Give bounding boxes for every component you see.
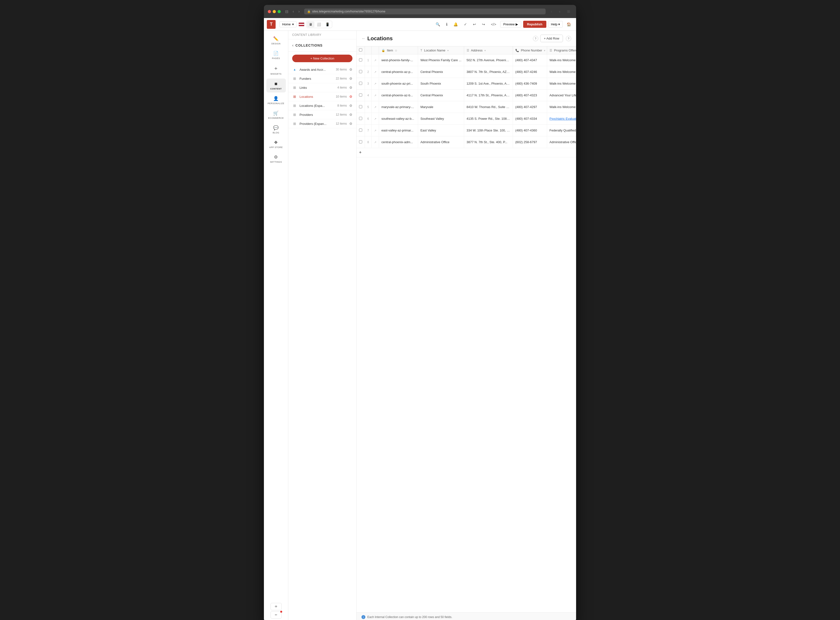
row-checkbox-cell[interactable] <box>357 101 365 113</box>
help-button[interactable]: Help ▾ <box>548 21 563 27</box>
row-checkbox[interactable] <box>359 140 362 143</box>
row-address[interactable]: 3877 N. 7th St., Ste. 400, P... <box>464 136 513 148</box>
table-row[interactable]: 4 ↗ central-phoenix-az-b... Central Phoe… <box>357 90 576 101</box>
row-address[interactable]: 334 W. 10th Place Ste. 100, Mes <box>464 125 513 136</box>
undo-button[interactable]: ↩ <box>471 21 478 28</box>
row-address[interactable]: 4117 N. 17th St., Phoenix, AZ 85 <box>464 90 513 101</box>
table-row[interactable]: 7 ↗ east-valley-az-primar... East Valley… <box>357 125 576 136</box>
collection-item-providers-espan[interactable]: ⊞ Providers (Espan... 12 items ⚙ <box>288 119 356 128</box>
row-expand-cell[interactable]: ↗ <box>372 136 379 148</box>
row-phone[interactable]: (480) 407-4347 <box>513 54 547 66</box>
row-expand-cell[interactable]: ↗ <box>372 78 379 90</box>
row-location-name[interactable]: East Valley <box>418 125 464 136</box>
row-item[interactable]: west-phoenix-family-... <box>379 54 418 66</box>
th-location-name[interactable]: T Location Name ▾ <box>418 46 464 54</box>
row-item[interactable]: east-valley-az-primar... <box>379 125 418 136</box>
th-phone[interactable]: 📞 Phone Number ▾ <box>513 46 547 54</box>
row-location-name[interactable]: West Phoenix Family Care ... <box>418 54 464 66</box>
row-checkbox[interactable] <box>359 117 362 120</box>
row-expand-icon[interactable]: ↗ <box>374 105 376 108</box>
row-checkbox[interactable] <box>359 82 362 85</box>
add-row-button[interactable]: + Add Row <box>540 35 563 42</box>
row-address[interactable]: 8410 W. Thomas Rd., Suite 116 <box>464 101 513 113</box>
row-checkbox[interactable] <box>359 70 362 73</box>
forward-button[interactable]: › <box>297 9 301 14</box>
row-expand-cell[interactable]: ↗ <box>372 66 379 78</box>
row-programs[interactable]: Walk-ins Welcome <box>547 54 576 66</box>
row-phone[interactable]: (480) 407-4360 <box>513 125 547 136</box>
language-flag[interactable] <box>298 23 304 26</box>
row-phone[interactable]: (480) 407-4246 <box>513 66 547 78</box>
row-expand-cell[interactable]: ↗ <box>372 101 379 113</box>
search-button[interactable]: 🔍 <box>434 21 442 28</box>
row-location-name[interactable]: Southeast Valley <box>418 113 464 125</box>
url-bar[interactable]: 🔒 sites.telegenicmarketing.com/home/site… <box>304 9 546 14</box>
row-checkbox-cell[interactable] <box>357 90 365 101</box>
row-checkbox-cell[interactable] <box>357 66 365 78</box>
home-button[interactable]: 🏠 <box>565 21 573 28</box>
row-checkbox-cell[interactable] <box>357 78 365 90</box>
collection-item-awards[interactable]: ▲ Awards and Accr... 30 items ⚙ <box>288 65 356 74</box>
sidebar-item-widgets[interactable]: + WIDGETS <box>266 63 286 78</box>
links-settings-icon[interactable]: ⚙ <box>349 86 352 90</box>
row-programs[interactable]: Administrative Office <box>547 136 576 148</box>
table-row[interactable]: 6 ↗ southeast-valley-az-b... Southeast V… <box>357 113 576 125</box>
tab-layout-icon[interactable]: ⊟ <box>284 9 290 14</box>
row-checkbox-cell[interactable] <box>357 125 365 136</box>
notification-button[interactable]: 🔔 <box>452 21 460 28</box>
row-address[interactable]: 3807 N. 7th St., Phoenix, AZ 85 <box>464 66 513 78</box>
row-item[interactable]: maryvale-az-primary-... <box>379 101 418 113</box>
sidebar-item-settings[interactable]: ⚙ SETTINGS <box>266 152 286 166</box>
row-expand-icon[interactable]: ↗ <box>374 82 376 85</box>
sidebar-item-appstore[interactable]: ❖ APP STORE <box>266 137 286 151</box>
mobile-device-button[interactable]: 📱 <box>324 21 331 27</box>
sidebar-item-personalize[interactable]: 👤 PERSONALIZE <box>266 93 286 107</box>
row-programs[interactable]: Psychiatric Evaluations & Me... <box>547 113 576 125</box>
collection-item-locations[interactable]: ⊞ Locations 10 items ⚙ <box>288 92 356 101</box>
collection-item-links[interactable]: ⊞ Links 4 items ⚙ <box>288 83 356 92</box>
row-address[interactable]: 4135 S. Power Rd., Ste. 108, Me <box>464 113 513 125</box>
row-item[interactable]: south-phoenix-az-pri... <box>379 78 418 90</box>
row-phone[interactable]: (480) 407-4297 <box>513 101 547 113</box>
row-phone[interactable]: (480) 436-7409 <box>513 78 547 90</box>
code-button[interactable]: </> <box>489 21 498 28</box>
row-location-name[interactable]: South Phoenix <box>418 78 464 90</box>
th-address[interactable]: ☰ Address ▾ <box>464 46 513 54</box>
programs-link[interactable]: Psychiatric Evaluations & Me... <box>549 117 576 120</box>
check-button[interactable]: ✓ <box>462 21 469 28</box>
republish-button[interactable]: Republish <box>523 21 546 28</box>
row-checkbox[interactable] <box>359 93 362 96</box>
row-item[interactable]: southeast-valley-az-b... <box>379 113 418 125</box>
row-checkbox[interactable] <box>359 128 362 132</box>
row-expand-cell[interactable]: ↗ <box>372 90 379 101</box>
row-expand-icon[interactable]: ↗ <box>374 117 376 120</box>
sidebar-item-pages[interactable]: 📄 PAGES <box>266 48 286 62</box>
collection-item-funders[interactable]: ⊞ Funders 22 items ⚙ <box>288 74 356 83</box>
table-row[interactable]: 1 ↗ west-phoenix-family-... West Phoenix… <box>357 54 576 66</box>
row-location-name[interactable]: Administrative Office <box>418 136 464 148</box>
add-row-cell[interactable]: + <box>357 148 576 157</box>
tablet-device-button[interactable]: ⬜ <box>315 21 323 27</box>
collection-item-locations-espa[interactable]: ⊞ Locations (Espa... 8 items ⚙ <box>288 101 356 110</box>
row-phone[interactable]: (480) 407-4334 <box>513 113 547 125</box>
row-expand-icon[interactable]: ↗ <box>374 71 376 74</box>
minimize-button[interactable] <box>273 10 276 13</box>
row-item[interactable]: central-phoenix-adm... <box>379 136 418 148</box>
sidebar-item-blog[interactable]: 💬 BLOG <box>266 123 286 136</box>
row-programs[interactable]: Walk-ins Welcome <box>547 101 576 113</box>
table-row[interactable]: 8 ↗ central-phoenix-adm... Administrativ… <box>357 136 576 148</box>
providers-espan-settings-icon[interactable]: ⚙ <box>349 122 352 126</box>
row-location-name[interactable]: Central Phoenix <box>418 66 464 78</box>
row-programs[interactable]: Federally Qualified Health Ce... <box>547 125 576 136</box>
row-checkbox-cell[interactable] <box>357 54 365 66</box>
th-item[interactable]: 🔒 Item ⊙ <box>379 46 418 54</box>
row-item[interactable]: central-phoenix-az-b... <box>379 90 418 101</box>
row-expand-cell[interactable]: ↗ <box>372 54 379 66</box>
sidebar-item-content[interactable]: ■ CONTENT <box>266 78 286 92</box>
row-location-name[interactable]: Maryvale <box>418 101 464 113</box>
add-tab-icon[interactable]: + <box>557 8 563 15</box>
row-location-name[interactable]: Central Phoenix <box>418 90 464 101</box>
table-help-button[interactable]: ? <box>566 36 571 41</box>
table-row[interactable]: 2 ↗ central-phoenix-az-p... Central Phoe… <box>357 66 576 78</box>
collections-back-button[interactable]: ‹ <box>292 43 294 48</box>
